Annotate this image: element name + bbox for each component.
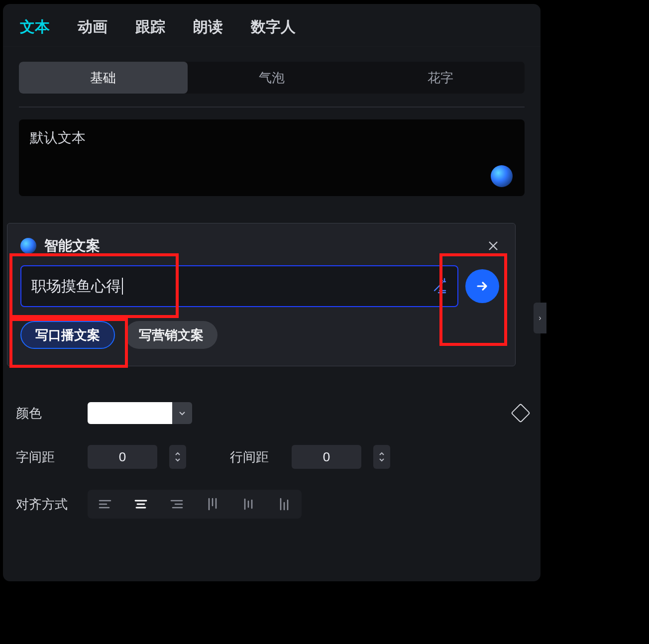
- smart-copy-input-row: 职场摸鱼心得: [20, 265, 502, 307]
- align-bottom-button[interactable]: [269, 492, 300, 517]
- line-spacing-input[interactable]: 0: [292, 445, 361, 469]
- tab-animation[interactable]: 动画: [78, 17, 108, 37]
- letter-spacing-stepper[interactable]: [169, 445, 186, 469]
- align-right-icon: [170, 498, 184, 510]
- smart-copy-header: 智能文案: [20, 236, 502, 255]
- align-top-button[interactable]: [197, 492, 228, 517]
- text-properties-panel: 文本 动画 跟踪 朗读 数字人 基础 气泡 花字 默认文本 智能文案 职场摸鱼心…: [3, 4, 541, 581]
- style-tab-fancy[interactable]: 花字: [356, 62, 525, 94]
- line-spacing-stepper[interactable]: [373, 445, 390, 469]
- letter-spacing-label: 字间距: [16, 448, 76, 466]
- tab-digital-human[interactable]: 数字人: [251, 17, 296, 37]
- tab-tracking[interactable]: 跟踪: [135, 17, 165, 37]
- ai-orb-icon[interactable]: [491, 165, 513, 187]
- align-bottom-icon: [277, 497, 291, 511]
- align-top-icon: [206, 497, 219, 511]
- align-center-v-button[interactable]: [233, 492, 264, 517]
- close-button[interactable]: [484, 237, 502, 255]
- text-cursor: [122, 278, 123, 295]
- smart-copy-title: 智能文案: [44, 236, 100, 255]
- align-left-icon: [98, 498, 112, 510]
- ai-orb-small-icon: [20, 238, 36, 254]
- chevron-up-icon: [175, 452, 181, 456]
- chevron-down-icon: [175, 458, 181, 462]
- chevron-down-icon: [379, 458, 385, 462]
- divider: [19, 107, 525, 107]
- letter-spacing-input[interactable]: 0: [88, 445, 157, 469]
- side-handle[interactable]: ›: [534, 303, 546, 333]
- align-left-button[interactable]: [90, 492, 120, 517]
- smart-copy-chips: 写口播文案 写营销文案: [20, 321, 502, 349]
- magic-wand-icon[interactable]: [432, 277, 448, 296]
- style-tab-basic[interactable]: 基础: [19, 62, 188, 94]
- color-dropdown-button[interactable]: [172, 402, 192, 424]
- color-label: 颜色: [16, 405, 76, 422]
- smart-copy-input[interactable]: 职场摸鱼心得: [20, 265, 458, 307]
- tab-text[interactable]: 文本: [20, 17, 50, 37]
- line-spacing-label: 行间距: [230, 448, 280, 466]
- keyframe-diamond-icon[interactable]: [511, 403, 531, 423]
- tab-read-aloud[interactable]: 朗读: [193, 17, 223, 37]
- smart-copy-input-value: 职场摸鱼心得: [31, 276, 121, 297]
- submit-button[interactable]: [465, 269, 499, 303]
- top-tab-bar: 文本 动画 跟踪 朗读 数字人: [3, 4, 541, 47]
- align-center-v-icon: [241, 497, 255, 511]
- spacing-row: 字间距 0 行间距 0: [16, 445, 528, 469]
- text-content-input[interactable]: 默认文本: [19, 119, 525, 196]
- align-row: 对齐方式: [16, 490, 528, 519]
- color-swatch[interactable]: [88, 402, 172, 424]
- chevron-down-icon: [178, 409, 186, 417]
- arrow-right-icon: [475, 279, 490, 294]
- close-icon: [488, 240, 499, 251]
- align-right-button[interactable]: [161, 492, 192, 517]
- align-center-h-icon: [134, 498, 148, 510]
- align-center-h-button[interactable]: [125, 492, 156, 517]
- align-label: 对齐方式: [16, 496, 76, 513]
- chip-broadcast-copy[interactable]: 写口播文案: [20, 321, 115, 349]
- color-row: 颜色: [16, 402, 528, 424]
- style-tab-bubble[interactable]: 气泡: [188, 62, 356, 94]
- smart-copy-panel: 智能文案 职场摸鱼心得: [7, 223, 516, 366]
- chevron-up-icon: [379, 452, 385, 456]
- text-content-value: 默认文本: [30, 130, 86, 145]
- chip-marketing-copy[interactable]: 写营销文案: [125, 321, 217, 349]
- align-button-group: [88, 490, 302, 519]
- text-properties: 颜色 字间距 0 行间距 0 对齐方: [16, 402, 528, 539]
- style-tab-bar: 基础 气泡 花字: [19, 62, 525, 94]
